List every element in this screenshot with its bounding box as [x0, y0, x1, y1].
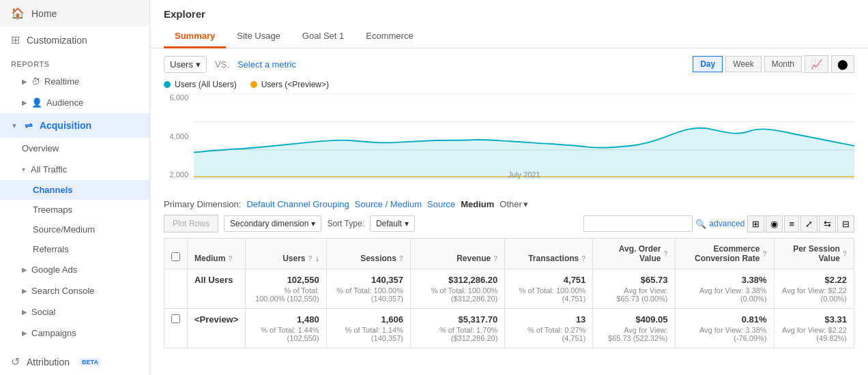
- row-all-users-medium: All Users: [188, 269, 246, 309]
- view-table-btn[interactable]: ⊞: [747, 215, 764, 232]
- tab-summary[interactable]: Summary: [164, 25, 226, 48]
- view-bar-btn[interactable]: ≡: [784, 215, 799, 232]
- sort-default-label: Default: [376, 219, 402, 228]
- line-chart-svg: [194, 93, 854, 179]
- sidebar-item-channels[interactable]: Channels: [0, 180, 149, 200]
- th-transactions: Transactions ?: [505, 239, 593, 269]
- row-all-users-per-session: $2.22 Avg for View: $2.22 (0.00%): [774, 269, 854, 309]
- legend-item-preview: Users (<Preview>): [250, 80, 329, 89]
- customization-icon: ⊞: [11, 33, 20, 46]
- tab-goal-set-1[interactable]: Goal Set 1: [291, 25, 355, 48]
- sidebar-item-treemaps-label: Treemaps: [33, 205, 72, 215]
- sidebar-item-source-medium[interactable]: Source/Medium: [0, 220, 149, 239]
- google-ads-expand-arrow: ▶: [22, 266, 27, 273]
- th-avg-order-value: Avg. Order Value ?: [593, 239, 675, 269]
- th-transactions-help: ?: [581, 255, 585, 262]
- y-label-4000: 4,000: [164, 132, 188, 140]
- pd-source[interactable]: Source: [427, 199, 455, 209]
- pd-default-channel[interactable]: Default Channel Grouping: [246, 199, 349, 209]
- sidebar-item-social-label: Social: [31, 307, 55, 317]
- explorer-title: Explorer: [164, 8, 854, 20]
- table-search: 🔍 advanced ⊞ ◉ ≡ ⤢ ⇆ ⊟: [583, 215, 854, 232]
- metric-select-label: Users: [170, 59, 193, 70]
- row-all-users-sessions: 140,357 % of Total: 100.00% (140,357): [326, 269, 410, 309]
- select-metric-link[interactable]: Select a metric: [237, 59, 296, 70]
- th-transactions-label: Transactions: [528, 254, 579, 263]
- sidebar-item-all-traffic[interactable]: ▾ All Traffic: [0, 159, 149, 180]
- sidebar-item-referrals[interactable]: Referrals: [0, 239, 149, 259]
- sort-type-label: Sort Type:: [327, 219, 364, 228]
- view-pie-btn[interactable]: ◉: [766, 215, 783, 232]
- pd-other-dropdown[interactable]: Other ▾: [500, 199, 528, 209]
- th-medium-help: ?: [228, 255, 232, 262]
- sidebar-item-realtime-label: Realtime: [44, 76, 79, 87]
- metric-select[interactable]: Users ▾: [164, 56, 207, 73]
- sidebar-item-google-ads[interactable]: ▶ Google Ads: [0, 259, 149, 280]
- tab-bar: Summary Site Usage Goal Set 1 Ecommerce: [164, 25, 854, 48]
- search-console-expand-arrow: ▶: [22, 287, 27, 295]
- sidebar-item-home[interactable]: 🏠 Home: [0, 0, 149, 27]
- time-btn-month[interactable]: Month: [764, 56, 802, 72]
- sort-arrow: ▾: [405, 219, 409, 228]
- sidebar-item-acquisition[interactable]: ▼ ⇌ Acquisition: [0, 113, 149, 138]
- y-label-2000: 2,000: [164, 170, 188, 179]
- realtime-expand-arrow: ▶: [22, 78, 27, 85]
- sidebar-item-home-label: Home: [31, 8, 57, 19]
- users-sort-arrow: ↓: [315, 254, 319, 263]
- view-pivot-btn[interactable]: ⤢: [800, 215, 818, 232]
- chart-controls: Users ▾ VS. Select a metric Day Week Mon…: [164, 55, 854, 73]
- sidebar-item-audience[interactable]: ▶ 👤 Audience: [0, 92, 149, 113]
- row-preview-transactions: 13 % of Total: 0.27% (4,751): [505, 309, 593, 348]
- advanced-link[interactable]: advanced: [709, 219, 744, 228]
- chart-container: 6,000 4,000 2,000 July: [164, 93, 854, 192]
- line-chart-icon-btn[interactable]: 📈: [805, 55, 828, 73]
- sidebar-item-search-console[interactable]: ▶ Search Console: [0, 280, 149, 301]
- sidebar-item-realtime[interactable]: ▶ ⏱ Realtime: [0, 71, 149, 92]
- attribution-icon: ↺: [11, 355, 20, 368]
- pie-chart-icon-btn[interactable]: ⬤: [831, 55, 854, 73]
- table-search-input[interactable]: [583, 215, 693, 232]
- reports-section-label: REPORTS: [0, 53, 149, 71]
- sidebar-item-attribution[interactable]: ↺ Attribution BETA: [0, 348, 149, 375]
- primary-dimension-bar: Primary Dimension: Default Channel Group…: [164, 199, 854, 209]
- th-users-label: Users: [283, 254, 305, 263]
- row-all-users-checkbox: [164, 269, 188, 309]
- sort-select[interactable]: Default ▾: [370, 215, 415, 232]
- sidebar-item-overview-label: Overview: [22, 143, 59, 153]
- y-label-6000: 6,000: [164, 93, 188, 102]
- pd-medium[interactable]: Medium: [461, 199, 494, 209]
- sidebar-item-overview[interactable]: Overview: [0, 138, 149, 159]
- th-revenue-help: ?: [493, 255, 497, 262]
- sidebar: 🏠 Home ⊞ Customization REPORTS ▶ ⏱ Realt…: [0, 0, 150, 375]
- view-grid-btn[interactable]: ⊟: [837, 215, 854, 232]
- all-traffic-expand-arrow: ▾: [22, 166, 25, 173]
- sidebar-item-social[interactable]: ▶ Social: [0, 301, 149, 322]
- th-sessions-help: ?: [399, 255, 403, 262]
- sidebar-item-acquisition-label: Acquisition: [40, 120, 91, 131]
- row-preview-revenue: $5,317.70 % of Total: 1.70% ($312,286.20…: [410, 309, 504, 348]
- time-btn-day[interactable]: Day: [693, 56, 723, 72]
- row-preview-check[interactable]: [171, 314, 180, 323]
- table-row: <Preview> 1,480 % of Total: 1.44% (102,5…: [164, 309, 854, 348]
- chart-controls-left: Users ▾ VS. Select a metric: [164, 56, 296, 73]
- tab-ecommerce[interactable]: Ecommerce: [355, 25, 424, 48]
- secondary-dim-select[interactable]: Secondary dimension ▾: [224, 215, 321, 232]
- th-medium-label: Medium: [194, 254, 225, 263]
- th-per-session-value: Per Session Value ?: [774, 239, 854, 269]
- legend-dot-all-users: [164, 81, 171, 88]
- pd-other-arrow: ▾: [523, 199, 528, 209]
- time-btn-week[interactable]: Week: [725, 56, 761, 72]
- tab-site-usage[interactable]: Site Usage: [226, 25, 291, 48]
- sidebar-item-customization[interactable]: ⊞ Customization: [0, 27, 149, 53]
- view-compare-btn[interactable]: ⇆: [819, 215, 836, 232]
- chart-legend: Users (All Users) Users (<Preview>): [164, 80, 854, 89]
- chart-area: Users ▾ VS. Select a metric Day Week Mon…: [150, 48, 868, 199]
- select-all-checkbox[interactable]: [171, 252, 180, 261]
- sidebar-item-treemaps[interactable]: Treemaps: [0, 200, 149, 220]
- secondary-dim-arrow: ▾: [311, 219, 315, 228]
- th-medium: Medium ?: [188, 239, 246, 269]
- th-sessions-label: Sessions: [360, 254, 396, 263]
- pd-source-medium[interactable]: Source / Medium: [355, 199, 422, 209]
- sidebar-item-campaigns[interactable]: ▶ Campaigns: [0, 322, 149, 344]
- secondary-dim-label: Secondary dimension: [230, 219, 308, 228]
